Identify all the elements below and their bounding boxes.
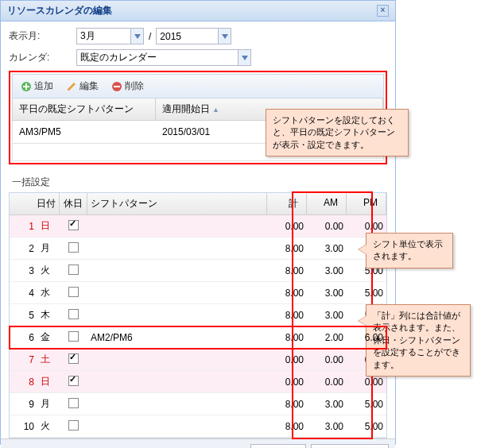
cell-dow: 月 [37,397,60,411]
cell-holiday[interactable] [60,420,87,433]
callout-shift-unit: シフト単位で表示されます。 [366,233,453,268]
grid-row[interactable]: 2月8.003.005.00 [10,238,386,260]
cell-sum: 0.00 [267,221,307,232]
cell-day: 4 [10,288,37,299]
cell-sum: 8.00 [267,243,307,254]
month-select[interactable]: 3月 [76,28,144,44]
add-button[interactable]: 追加 [16,77,58,95]
cell-dow: 日 [37,219,60,233]
bulk-label: 一括設定 [9,169,387,192]
cell-holiday[interactable] [60,242,87,255]
cell-sum: 8.00 [267,421,307,432]
cell-sum: 0.00 [267,354,307,365]
grid-row[interactable]: 4水8.003.005.00 [10,282,386,304]
holiday-checkbox[interactable] [68,420,79,431]
cell-holiday[interactable] [60,376,87,388]
cell-day: 5 [10,310,37,321]
col-date[interactable]: 日付 [10,193,60,214]
cell-holiday[interactable] [60,287,87,299]
cell-day: 3 [10,265,37,276]
grid-row[interactable]: 1日0.000.000.00 [10,215,386,238]
cell-sum: 8.00 [267,332,307,343]
callout-pattern: シフトパターンを設定しておくと、平日の既定シフトパターンが表示・設定できます。 [266,109,409,156]
cell-am: 3.00 [307,310,347,321]
cell-day: 9 [10,399,37,410]
holiday-checkbox[interactable] [68,309,79,319]
ok-button[interactable]: OK [250,444,306,448]
year-select[interactable]: 2015 [156,28,231,44]
cell-holiday[interactable] [60,309,87,322]
cell-dow: 日 [37,375,60,388]
cell-pattern[interactable]: AM2/PM6 [87,332,267,343]
grid-row[interactable]: 8日0.000.000.00 [10,371,386,393]
cell-sum: 8.00 [267,265,307,276]
add-icon [21,81,32,92]
month-label: 表示月: [9,29,76,43]
cell-day: 8 [10,377,37,388]
cell-sum: 8.00 [267,310,307,321]
dialog: リソースカレンダの編集 × 表示月: 3月 / 2015 カレンダ: 既定のカレ… [0,0,396,445]
cell-holiday[interactable] [60,220,87,233]
calendar-label: カレンダ: [9,51,76,64]
cell-pm: 5.00 [347,399,386,410]
delete-button[interactable]: 削除 [107,77,149,95]
grid-row[interactable]: 10火8.003.005.00 [10,415,386,438]
grid-row[interactable]: 3火8.003.005.00 [10,260,386,282]
col-pm[interactable]: PM [347,193,386,214]
cell-am: 0.00 [307,377,347,388]
cell-pm: 0.00 [347,221,386,232]
col-pattern[interactable]: シフトパターン [87,193,267,214]
cell-day: 2 [10,243,37,254]
cell-sum: 0.00 [267,377,307,388]
holiday-checkbox[interactable] [68,353,79,364]
cell-dow: 火 [37,264,60,277]
cell-am: 2.00 [307,332,347,343]
cell-dow: 火 [37,419,60,433]
holiday-checkbox[interactable] [68,265,79,275]
cell-dow: 土 [37,353,60,366]
cell-pm: 5.00 [347,421,386,432]
edit-button[interactable]: 編集 [61,77,103,95]
cell-holiday[interactable] [60,265,87,277]
holiday-checkbox[interactable] [68,376,79,386]
grid-row[interactable]: 5木8.003.005.00 [10,304,386,326]
cell-sum: 8.00 [267,288,307,299]
cell-am: 0.00 [307,221,347,232]
edit-icon [66,81,77,92]
month-row: 表示月: 3月 / 2015 [9,28,387,44]
month-value: 3月 [80,29,95,43]
grid-row[interactable]: 6金AM2/PM68.002.006.00 [10,326,386,349]
chevron-down-icon [130,29,143,44]
cell-am: 3.00 [307,243,347,254]
cell-dow: 木 [37,308,60,322]
holiday-checkbox[interactable] [68,287,79,297]
day-grid: 日付 休日 シフトパターン 計 AM PM 1日0.000.000.002月8.… [9,192,387,438]
cell-pm: 5.00 [347,288,386,299]
cell-dow: 月 [37,241,60,255]
col-am[interactable]: AM [307,193,347,214]
cell-holiday[interactable] [60,353,87,366]
holiday-checkbox[interactable] [68,398,79,408]
pattern-col-header[interactable]: 平日の既定シフトパターン [13,98,156,120]
cell-am: 3.00 [307,399,347,410]
grid-row[interactable]: 9月8.003.005.00 [10,393,386,415]
calendar-row: カレンダ: 既定のカレンダー [9,49,387,66]
calendar-select[interactable]: 既定のカレンダー [76,49,251,66]
cell-day: 6 [10,332,37,343]
col-holiday[interactable]: 休日 [60,193,87,214]
cell-holiday[interactable] [60,331,87,344]
delete-icon [111,81,122,92]
col-sum[interactable]: 計 [267,193,307,214]
holiday-checkbox[interactable] [68,331,79,342]
holiday-checkbox[interactable] [68,242,79,253]
pattern-cell: AM3/PM5 [19,126,162,137]
cell-holiday[interactable] [60,398,87,411]
dialog-title: リソースカレンダの編集 [7,4,112,17]
cancel-button[interactable]: キャンセル [311,444,389,448]
cell-day: 1 [10,221,37,232]
dialog-footer: OK キャンセル [1,438,395,448]
holiday-checkbox[interactable] [68,220,79,230]
grid-row[interactable]: 7土0.000.000.00 [10,349,386,371]
cell-dow: 水 [37,286,60,299]
close-icon[interactable]: × [377,5,389,17]
